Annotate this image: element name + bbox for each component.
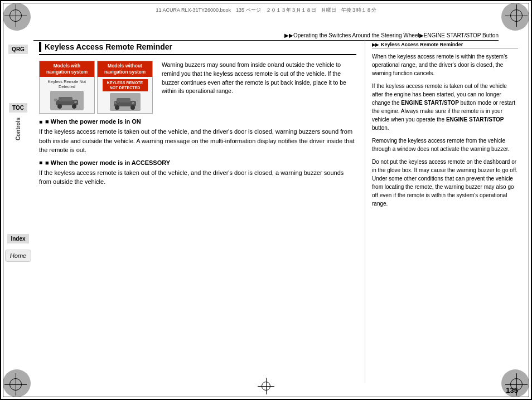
subheading-accessory: ■ ■ When the power mode is in ACCESSORY <box>39 159 356 166</box>
right-column: Keyless Access Remote Reminder When the … <box>365 39 521 383</box>
text-accessory: If the keyless access remote is taken ou… <box>39 168 356 187</box>
image-panels-container: Models with navigation system Keyless Re… <box>39 61 156 114</box>
right-para4: Do not put the keyless access remote on … <box>372 158 518 208</box>
svg-rect-7 <box>117 98 130 103</box>
panel-navigation: Models with navigation system Keyless Re… <box>39 61 95 114</box>
right-note-title: Keyless Access Remote Reminder <box>372 42 518 49</box>
svg-rect-1 <box>59 97 72 101</box>
svg-text:⚠: ⚠ <box>113 101 117 105</box>
crosshair-bottom-center <box>258 378 274 394</box>
panel-nav-content: Keyless Remote Not Detected ⊘ <box>40 77 94 113</box>
svg-point-8 <box>115 105 119 110</box>
controls-label: Controls <box>15 118 21 140</box>
page-number: 135 <box>506 386 518 394</box>
svg-text:⊘: ⊘ <box>74 100 77 104</box>
svg-point-2 <box>57 104 62 109</box>
home-label: Home <box>10 252 26 259</box>
subheading-on-text: ■ When the power mode is in ON <box>45 118 141 125</box>
subheading-on-icon: ■ <box>39 119 42 125</box>
section-title-text: Keyless Access Remote Reminder <box>45 42 172 51</box>
subheading-acc-text: ■ When the power mode is in ACCESSORY <box>45 159 170 166</box>
crosshair-tl <box>4 4 27 27</box>
subheading-acc-icon: ■ <box>39 159 42 165</box>
image-panels: Models with navigation system Keyless Re… <box>39 61 156 114</box>
intro-text: Warning buzzers may sound from inside or… <box>162 61 356 109</box>
panel-nav-header: Models with navigation system <box>40 61 94 77</box>
right-para2: If the keyless access remote is taken ou… <box>372 82 518 132</box>
right-note-title-text: Keyless Access Remote Reminder <box>381 42 463 47</box>
panel-no-navigation: Models without navigation system KEYLESS… <box>97 61 153 114</box>
sidebar-index-button[interactable]: Index <box>7 234 28 243</box>
sidebar-qrg-button[interactable]: QRG <box>8 45 28 54</box>
panel-nav-label: Keyless Remote Not Detected <box>42 79 92 89</box>
left-column: Keyless Access Remote Reminder Models wi… <box>36 39 365 383</box>
svg-point-9 <box>130 105 135 110</box>
svg-point-3 <box>72 104 76 109</box>
text-on: If the keyless access remote is taken ou… <box>39 127 356 155</box>
sidebar-toc-button[interactable]: TOC <box>9 103 27 113</box>
svg-text:⊘: ⊘ <box>132 101 134 105</box>
svg-rect-4 <box>54 99 57 101</box>
main-content: Keyless Access Remote Reminder Models wi… <box>36 39 521 383</box>
section-title: Keyless Access Remote Reminder <box>39 42 356 55</box>
home-button[interactable]: Home <box>5 250 31 262</box>
panel-nonav-content: KEYLESS REMOTE NOT DETECTED ⊘ ⚠ <box>98 77 152 113</box>
panel-nonav-icon: ⊘ ⚠ <box>110 93 141 111</box>
right-para3: Removing the keyless access remote from … <box>372 136 518 153</box>
panel-nav-icon: ⊘ <box>50 91 84 110</box>
title-bar-icon <box>39 42 41 52</box>
right-para1: When the keyless access remote is within… <box>372 52 518 77</box>
left-sidebar: QRG TOC Controls Index Home <box>0 39 36 367</box>
print-info: 11 ACURA RLX-31TY26000.book 135 ページ ２０１３… <box>33 7 499 14</box>
subheading-on: ■ ■ When the power mode is in ON <box>39 118 356 125</box>
right-body: When the keyless access remote is within… <box>372 52 518 208</box>
crosshair-bl <box>4 373 27 396</box>
panel-nonav-label: KEYLESS REMOTE NOT DETECTED <box>103 79 148 91</box>
crosshair-tr <box>505 4 528 27</box>
panel-nonav-header: Models without navigation system <box>98 61 152 77</box>
